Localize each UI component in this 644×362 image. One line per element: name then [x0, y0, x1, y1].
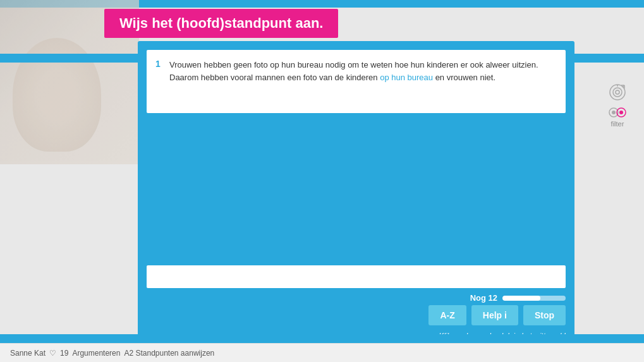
input-area: [147, 265, 566, 288]
status-user: Sanne Kat: [10, 349, 46, 358]
heart-icon: ♡: [49, 349, 56, 358]
status-section1: Argumenteren: [72, 349, 120, 358]
bottom-stripe: [0, 334, 644, 343]
text-part2: en vrouwen niet.: [433, 73, 495, 82]
page-title: Wijs het (hoofd)standpunt aan.: [119, 15, 323, 32]
filter-area: filter: [606, 82, 629, 128]
content-spacer: [138, 113, 574, 265]
main-card: 1 Vrouwen hebben geen foto op hun bureau…: [138, 41, 574, 343]
stop-button[interactable]: Stop: [523, 305, 566, 325]
block-content: Vrouwen hebben geen foto op hun bureau n…: [169, 59, 554, 83]
counter-row: Nog 12: [138, 293, 574, 305]
status-score: 19: [60, 349, 68, 358]
counter-label: Nog 12: [470, 293, 497, 303]
text-block: 1 Vrouwen hebben geen foto op hun bureau…: [147, 50, 566, 113]
filter-toggle-icons[interactable]: [609, 107, 626, 118]
svg-point-8: [612, 111, 616, 114]
filter-label: filter: [611, 120, 624, 128]
svg-point-1: [613, 88, 622, 97]
counter-bar: [502, 296, 566, 301]
status-bar: Sanne Kat ♡ 19 Argumenteren A2 Standpunt…: [0, 343, 644, 362]
counter-fill: [502, 296, 540, 301]
text-highlight: op hun bureau: [380, 73, 433, 82]
help-button[interactable]: Help i: [471, 305, 518, 325]
az-button[interactable]: A-Z: [428, 305, 466, 325]
target-icon: [606, 82, 629, 105]
status-section2: A2 Standpunten aanwijzen: [124, 349, 214, 358]
answer-input[interactable]: [147, 265, 566, 288]
svg-point-2: [616, 90, 619, 94]
block-number: 1: [155, 59, 161, 69]
header-banner: Wijs het (hoofd)standpunt aan.: [104, 9, 338, 38]
buttons-row: A-Z Help i Stop: [138, 305, 574, 332]
svg-point-10: [619, 111, 623, 114]
